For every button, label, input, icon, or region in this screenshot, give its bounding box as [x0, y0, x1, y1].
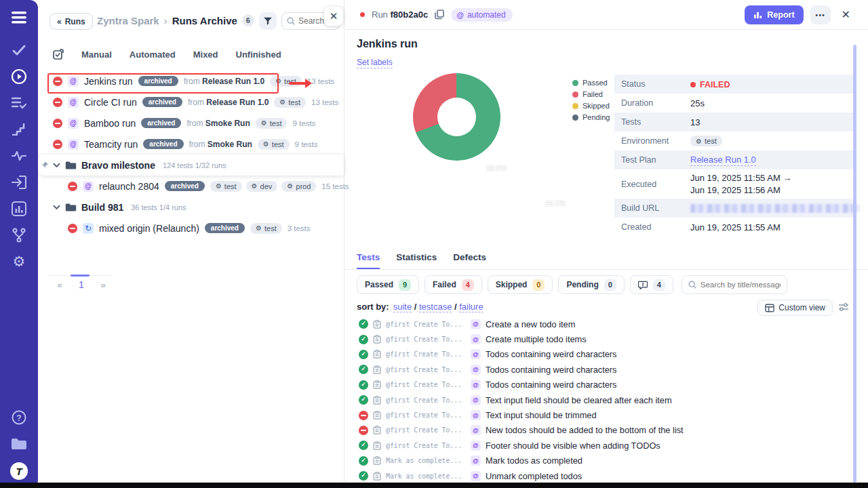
failed-status-value: FAILED [690, 80, 730, 89]
chevron-down-icon[interactable] [53, 205, 60, 210]
test-title[interactable]: Footer should be visible when adding TOD… [486, 441, 660, 451]
sort-link-failure[interactable]: failure [459, 302, 483, 312]
test-row[interactable]: @first Create To... @ Todos containing w… [345, 378, 868, 392]
sort-separator: / [412, 302, 419, 312]
test-title[interactable]: Text input field should be cleared after… [486, 395, 672, 405]
detail-label: Created [614, 222, 690, 232]
set-labels-link[interactable]: Set labels [357, 58, 393, 68]
test-title[interactable]: New todos should be added to the bottom … [486, 425, 684, 435]
filter-button[interactable] [259, 12, 277, 30]
run-tests-count: 13 tests [307, 77, 334, 85]
runs-tab-manual[interactable]: Manual [81, 49, 112, 60]
projects-folder-icon[interactable] [11, 436, 27, 452]
folder-list-item[interactable]: Build 981 36 tests 1/4 runs [38, 197, 344, 218]
filter-passed-button[interactable]: Passed9 [357, 275, 419, 294]
test-row[interactable]: @first Create To... @ Create multiple to… [345, 331, 868, 346]
sort-link-suite[interactable]: suite [393, 302, 412, 312]
detail-value: ⚙test [690, 136, 722, 147]
menu-icon[interactable] [11, 9, 27, 26]
sliders-icon[interactable] [838, 302, 849, 312]
filter-pending-button[interactable]: Pending0 [558, 275, 624, 294]
test-title[interactable]: Create a new todo item [486, 319, 575, 329]
automated-icon: @ [68, 97, 79, 108]
close-detail-button[interactable]: ✕ [842, 8, 850, 21]
steps-icon[interactable] [11, 121, 27, 138]
sort-link-testcase[interactable]: testcase [419, 302, 452, 312]
test-row[interactable]: Mark as complete... @ Mark todos as comp… [345, 453, 868, 468]
help-icon[interactable]: ? [11, 409, 27, 426]
chevron-down-icon[interactable] [53, 163, 60, 168]
copy-icon[interactable] [435, 9, 444, 20]
pagination-prev[interactable]: « [54, 280, 65, 290]
failed-status-icon [53, 77, 62, 86]
test-row[interactable]: @first Create To... @ New todos should b… [345, 423, 868, 438]
run-tests-count: 3 tests [288, 224, 311, 232]
test-row[interactable]: @first Create To... @ Text input field s… [345, 392, 868, 407]
run-list-item[interactable]: @ Circle CI run archived from Release Ru… [38, 92, 344, 113]
test-title[interactable]: Create multiple todo items [486, 334, 587, 344]
automated-icon: @ [471, 395, 481, 405]
play-circle-icon[interactable] [11, 68, 27, 85]
test-suite-label: @first Create To... [386, 381, 462, 388]
detail-value[interactable]: Release Run 1.0 [690, 155, 756, 166]
app-window: ⚙ ? T « Runs Zyntra Spark › Runs Archive… [0, 0, 868, 488]
test-row[interactable]: @first Create To... @ Todos containing w… [345, 362, 868, 377]
select-runs-icon[interactable] [53, 49, 64, 60]
detail-tab-statistics[interactable]: Statistics [396, 252, 437, 269]
table-view-icon [765, 304, 774, 312]
import-icon[interactable] [11, 174, 27, 190]
detail-tab-defects[interactable]: Defects [453, 252, 486, 269]
detail-scrollbar[interactable] [853, 45, 856, 483]
runs-tab-unfinished[interactable]: Unfinished [236, 49, 281, 60]
close-panel-button[interactable]: ✕ [324, 7, 343, 26]
comment-filter-button[interactable]: 4 [630, 275, 673, 294]
bar-chart-icon[interactable] [11, 201, 27, 217]
test-title[interactable]: Todos containing weird characters [486, 365, 616, 375]
test-title[interactable]: Todos containing weird characters [486, 380, 616, 390]
test-row[interactable]: Mark as complete... @ Unmark completed t… [345, 468, 868, 483]
detail-tab-tests[interactable]: Tests [357, 252, 380, 269]
pagination-next[interactable]: » [98, 280, 108, 290]
legend-dot [572, 115, 578, 121]
run-list-item[interactable]: @ Teamcity run archived from Smoke Run ⚙… [38, 134, 344, 155]
testcase-icon [373, 396, 381, 405]
tests-search-input[interactable] [701, 281, 781, 289]
list-check-icon[interactable] [11, 95, 27, 111]
automated-icon: @ [471, 365, 481, 375]
automated-icon: @ [471, 455, 481, 466]
test-title[interactable]: Text input should be trimmed [486, 410, 597, 420]
run-list-item[interactable]: @ Jenkins run archived from Release Run … [38, 70, 344, 92]
filter-failed-button[interactable]: Failed4 [425, 275, 482, 294]
test-row[interactable]: @first Create To... @ Text input should … [345, 407, 868, 422]
runs-tab-mixed[interactable]: Mixed [193, 49, 218, 60]
detail-row-created: CreatedJun 19, 2025 11:55 AM [614, 218, 854, 237]
report-button[interactable]: Report [745, 5, 803, 24]
activity-icon[interactable] [11, 148, 27, 164]
results-donut-chart: 30.8% 69.2% [413, 73, 500, 161]
breadcrumb-project[interactable]: Zyntra Spark [97, 15, 159, 26]
pagination-page-1[interactable]: 1 [76, 279, 87, 290]
test-title[interactable]: Todos containing weird characters [486, 349, 616, 359]
gear-icon[interactable]: ⚙ [11, 253, 27, 270]
search-icon [287, 17, 295, 25]
app-logo[interactable]: T [10, 462, 28, 480]
test-row[interactable]: @first Create To... @ Footer should be v… [345, 438, 868, 453]
filter-skipped-button[interactable]: Skipped0 [488, 275, 553, 294]
environment-badge: ⚙test [210, 181, 242, 192]
run-list-item[interactable]: ↻ mixed origin (Relaunch) archived ⚙test… [38, 218, 344, 239]
run-list-item[interactable]: @ Bamboo run archived from Smoke Run ⚙te… [38, 113, 344, 134]
more-actions-button[interactable]: ••• [810, 5, 831, 24]
check-icon[interactable] [11, 42, 27, 58]
back-to-runs-button[interactable]: « Runs [50, 13, 93, 30]
test-row[interactable]: @first Create To... @ Create a new todo … [345, 317, 868, 331]
test-row[interactable]: @first Create To... @ Todos containing w… [345, 347, 868, 362]
tests-search[interactable] [682, 275, 787, 294]
run-list-item[interactable]: @ relaunch 2804 archived ⚙test⚙dev⚙prod … [38, 176, 344, 197]
test-suite-label: Mark as complete... [386, 472, 462, 480]
folder-list-item[interactable]: Bravo milestone 124 tests 1/32 runs [38, 155, 344, 176]
branch-icon[interactable] [11, 227, 27, 243]
custom-view-button[interactable]: Custom view [757, 300, 833, 316]
test-title[interactable]: Mark todos as completed [486, 455, 583, 466]
test-title[interactable]: Unmark completed todos [486, 471, 582, 481]
runs-tab-automated[interactable]: Automated [130, 49, 176, 60]
